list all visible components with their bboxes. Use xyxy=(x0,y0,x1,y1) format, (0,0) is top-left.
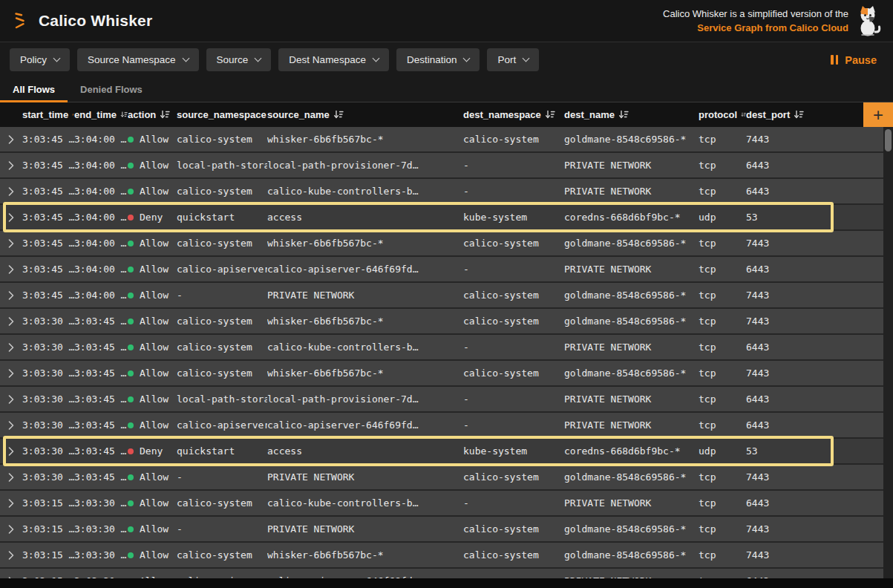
cell-source-namespace: calico-system xyxy=(177,368,267,379)
scrollbar-thumb[interactable] xyxy=(885,129,892,151)
table-row[interactable]: 3:03:15 … 3:03:30 … Allow calico-system … xyxy=(0,543,884,569)
tagline-link[interactable]: Service Graph from Calico Cloud xyxy=(697,22,848,33)
expand-chevron-icon[interactable] xyxy=(8,395,14,404)
expand-chevron-icon[interactable] xyxy=(8,447,14,456)
filter-dest-namespace[interactable]: Dest Namespace xyxy=(278,48,389,71)
row-expander[interactable] xyxy=(0,135,22,144)
row-expander[interactable] xyxy=(0,577,22,579)
column-header-end_time[interactable]: end_time xyxy=(74,109,128,120)
table-row[interactable]: 3:03:45 … 3:04:00 … Allow local-path-sto… xyxy=(0,153,884,179)
table-row[interactable]: 3:03:45 … 3:04:00 … Deny quickstart acce… xyxy=(0,205,884,231)
column-header-start_time[interactable]: start_time xyxy=(22,109,74,120)
expand-chevron-icon[interactable] xyxy=(8,265,14,274)
table-row[interactable]: 3:03:15 … 3:03:30 … Allow calico-system … xyxy=(0,491,884,517)
column-header-source_namespace[interactable]: source_namespace xyxy=(177,109,267,120)
row-expander[interactable] xyxy=(0,551,22,560)
cell-dest-port: 7443 xyxy=(746,368,813,379)
cell-source-namespace: quickstart xyxy=(177,212,267,223)
row-expander[interactable] xyxy=(0,395,22,404)
table-row[interactable]: 3:03:30 … 3:03:45 … Allow - PRIVATE NETW… xyxy=(0,465,884,491)
table-row[interactable]: 3:03:15 … 3:03:30 … Allow calico-apiserv… xyxy=(0,569,884,578)
cell-source-name: calico-kube-controllers-b… xyxy=(267,497,463,509)
filter-port[interactable]: Port xyxy=(487,48,539,71)
cell-protocol: udp xyxy=(699,445,746,457)
table-row[interactable]: 3:03:30 … 3:03:45 … Allow local-path-sto… xyxy=(0,387,884,413)
row-expander[interactable] xyxy=(0,213,22,222)
expand-chevron-icon[interactable] xyxy=(8,551,14,560)
cell-dest-namespace: calico-system xyxy=(463,134,564,145)
column-header-action[interactable]: action xyxy=(128,109,177,120)
column-header-source_name[interactable]: source_name xyxy=(267,109,463,120)
expand-chevron-icon[interactable] xyxy=(8,135,14,144)
table-row[interactable]: 3:03:45 … 3:04:00 … Allow calico-system … xyxy=(0,179,884,205)
cell-dest-namespace: kube-system xyxy=(463,212,564,223)
expand-chevron-icon[interactable] xyxy=(8,161,14,170)
cell-start-time: 3:03:30 … xyxy=(22,419,74,431)
row-expander[interactable] xyxy=(0,239,22,248)
expand-chevron-icon[interactable] xyxy=(8,473,14,482)
column-header-dest_namespace[interactable]: dest_namespace xyxy=(463,109,564,120)
column-header-dest_name[interactable]: dest_name xyxy=(564,109,699,120)
row-expander[interactable] xyxy=(0,473,22,482)
expand-chevron-icon[interactable] xyxy=(8,343,14,352)
row-expander[interactable] xyxy=(0,265,22,274)
allow-status-dot xyxy=(128,293,134,298)
expand-chevron-icon[interactable] xyxy=(8,499,14,508)
expand-chevron-icon[interactable] xyxy=(8,317,14,326)
expand-chevron-icon[interactable] xyxy=(8,525,14,534)
cell-action: Allow xyxy=(128,290,177,301)
cell-source-namespace: local-path-stora… xyxy=(177,393,267,405)
row-expander[interactable] xyxy=(0,369,22,378)
chevron-down-icon xyxy=(53,55,61,62)
cell-source-name: access xyxy=(267,445,463,457)
column-header-dest_port[interactable]: dest_port xyxy=(746,109,813,120)
chevron-down-icon xyxy=(182,55,189,62)
allow-status-dot xyxy=(128,396,134,402)
table-row[interactable]: 3:03:45 … 3:04:00 … Allow calico-system … xyxy=(0,127,884,153)
table-row[interactable]: 3:03:30 … 3:03:45 … Allow calico-system … xyxy=(0,309,884,335)
row-expander[interactable] xyxy=(0,317,22,326)
filter-destination[interactable]: Destination xyxy=(396,48,480,71)
calico-cat-icon xyxy=(856,4,881,37)
cell-dest-port: 6443 xyxy=(746,393,813,405)
row-expander[interactable] xyxy=(0,447,22,456)
row-expander[interactable] xyxy=(0,525,22,534)
expand-chevron-icon[interactable] xyxy=(8,213,14,222)
table-row[interactable]: 3:03:30 … 3:03:45 … Deny quickstart acce… xyxy=(0,439,884,465)
expand-chevron-icon[interactable] xyxy=(8,291,14,300)
table-row[interactable]: 3:03:45 … 3:04:00 … Allow calico-system … xyxy=(0,231,884,257)
row-expander[interactable] xyxy=(0,421,22,430)
expand-chevron-icon[interactable] xyxy=(8,239,14,248)
column-header-protocol[interactable]: protocol xyxy=(699,109,746,120)
row-expander[interactable] xyxy=(0,291,22,300)
filter-source[interactable]: Source xyxy=(206,48,272,71)
table-row[interactable]: 3:03:30 … 3:03:45 … Allow calico-system … xyxy=(0,335,884,361)
add-column-button[interactable]: + xyxy=(863,102,893,127)
table-row[interactable]: 3:03:45 … 3:04:00 … Allow calico-apiserv… xyxy=(0,257,884,283)
expand-chevron-icon[interactable] xyxy=(8,421,14,430)
expand-chevron-icon[interactable] xyxy=(8,187,14,196)
table-row[interactable]: 3:03:45 … 3:04:00 … Allow - PRIVATE NETW… xyxy=(0,283,884,309)
cell-source-namespace: calico-system xyxy=(177,238,267,249)
tab-all-flows[interactable]: All Flows xyxy=(0,77,68,102)
row-expander[interactable] xyxy=(0,161,22,170)
expand-chevron-icon[interactable] xyxy=(8,369,14,378)
row-expander[interactable] xyxy=(0,499,22,508)
pause-button[interactable]: Pause xyxy=(826,54,881,66)
chevron-down-icon xyxy=(372,55,379,62)
cell-end-time: 3:04:00 … xyxy=(74,264,128,275)
cell-dest-namespace: calico-system xyxy=(463,238,564,249)
expand-chevron-icon[interactable] xyxy=(8,577,14,579)
tab-denied-flows[interactable]: Denied Flows xyxy=(68,77,155,102)
table-row[interactable]: 3:03:30 … 3:03:45 … Allow calico-system … xyxy=(0,361,884,387)
filter-source-namespace[interactable]: Source Namespace xyxy=(77,48,199,71)
cell-protocol: tcp xyxy=(699,342,746,353)
row-expander[interactable] xyxy=(0,187,22,196)
table-row[interactable]: 3:03:30 … 3:03:45 … Allow calico-apiserv… xyxy=(0,413,884,439)
vertical-scrollbar[interactable] xyxy=(883,127,893,578)
filter-policy[interactable]: Policy xyxy=(10,48,70,71)
table-row[interactable]: 3:03:15 … 3:03:30 … Allow - PRIVATE NETW… xyxy=(0,517,884,543)
cell-dest-namespace: calico-system xyxy=(463,471,564,483)
cell-end-time: 3:03:45 … xyxy=(74,368,128,379)
row-expander[interactable] xyxy=(0,343,22,352)
